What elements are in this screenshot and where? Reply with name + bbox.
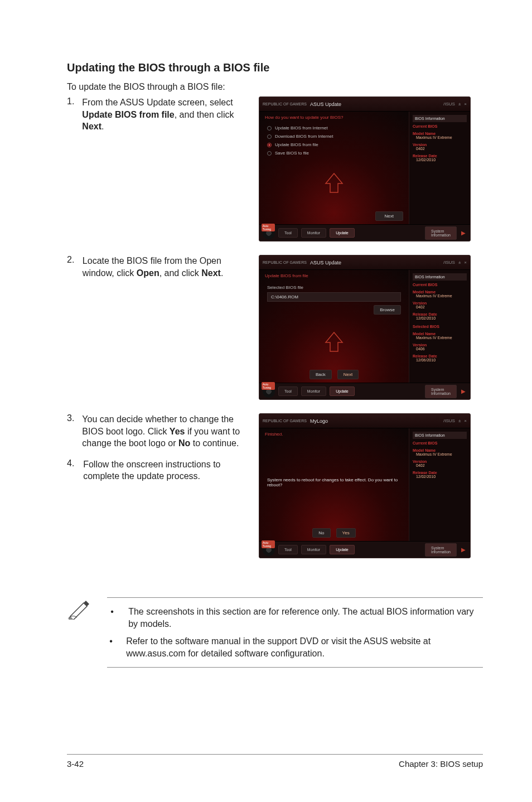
- note-text: The screenshots in this section are for …: [128, 606, 483, 630]
- step-number: 4.: [67, 458, 75, 482]
- auto-tuning-icon[interactable]: Auto Tuning: [263, 227, 275, 239]
- info-label: Release Date: [413, 471, 467, 475]
- info-value: 12/06/2010: [413, 358, 467, 362]
- yes-button[interactable]: Yes: [336, 528, 356, 538]
- intro-text: To update the BIOS through a BIOS file:: [67, 82, 483, 92]
- info-label: Version: [413, 343, 467, 347]
- radio-icon[interactable]: [267, 151, 272, 156]
- selected-file-label: Selected BIOS file: [259, 282, 409, 291]
- chevron-right-icon[interactable]: ▶: [460, 388, 467, 394]
- tool-button[interactable]: Tool: [278, 386, 298, 396]
- system-info-button[interactable]: System Information: [425, 385, 457, 398]
- info-label: Version: [413, 143, 467, 147]
- step-number: 3.: [67, 413, 74, 450]
- update-button[interactable]: Update: [330, 228, 355, 238]
- system-info-button[interactable]: System Information: [425, 226, 457, 240]
- next-button[interactable]: Next: [337, 370, 359, 379]
- pin-icon[interactable]: ±: [458, 260, 461, 265]
- tool-button[interactable]: Tool: [278, 228, 298, 238]
- info-label: Version: [413, 301, 467, 305]
- info-header: BIOS Information: [413, 115, 467, 122]
- info-value: 12/02/2010: [413, 158, 467, 162]
- rog-logo: REPUBLIC OF GAMERS: [263, 419, 307, 423]
- arrow-up-icon: [320, 169, 348, 197]
- info-current: Current BIOS: [413, 283, 467, 287]
- window-title: MyLogo: [310, 418, 328, 424]
- radio-icon[interactable]: [267, 134, 272, 139]
- option-update-file[interactable]: Update BIOS from file: [275, 142, 318, 147]
- step-body: You can decide whether to change the BIO…: [82, 413, 245, 450]
- info-value: Maximus IV Extreme: [413, 336, 467, 340]
- step-body: Locate the BIOS file from the Open windo…: [83, 255, 245, 400]
- chevron-right-icon[interactable]: ▶: [460, 230, 467, 236]
- monitor-button[interactable]: Monitor: [301, 545, 326, 554]
- update-button[interactable]: Update: [330, 545, 355, 554]
- monitor-button[interactable]: Monitor: [301, 386, 326, 396]
- section-heading: Updating the BIOS through a BIOS file: [67, 61, 483, 74]
- reboot-message: System needs to reboot for changes to ta…: [259, 477, 409, 487]
- rog-logo: REPUBLIC OF GAMERS: [263, 102, 307, 106]
- info-selected: Selected BIOS: [413, 325, 467, 328]
- asus-brand: /ISUS: [443, 260, 455, 265]
- note-text: Refer to the software manual in the supp…: [126, 635, 483, 659]
- info-value: Maximus IV Extreme: [413, 136, 467, 139]
- info-current: Current BIOS: [413, 441, 467, 445]
- note-pencil-icon: [67, 597, 94, 668]
- info-label: Version: [413, 460, 467, 463]
- option-save-file[interactable]: Save BIOS to file: [275, 151, 309, 156]
- info-label: Model Name: [413, 332, 467, 336]
- step-number: 2.: [67, 255, 75, 400]
- info-value: 0402: [413, 463, 467, 467]
- info-value: 0406: [413, 347, 467, 351]
- info-label: Model Name: [413, 132, 467, 136]
- page-number: 3-42: [67, 759, 84, 769]
- info-label: Release Date: [413, 312, 467, 316]
- info-current: Current BIOS: [413, 124, 467, 128]
- info-value: 0402: [413, 147, 467, 151]
- info-value: Maximus IV Extreme: [413, 452, 467, 456]
- step-number: 1.: [67, 96, 74, 241]
- window-title: ASUS Update: [310, 102, 341, 107]
- option-download-internet[interactable]: Download BIOS from Internet: [275, 134, 333, 139]
- info-label: Model Name: [413, 290, 467, 294]
- monitor-button[interactable]: Monitor: [301, 228, 326, 238]
- chevron-right-icon[interactable]: ▶: [460, 547, 467, 553]
- no-button[interactable]: No: [312, 528, 330, 538]
- close-icon[interactable]: ×: [464, 102, 467, 107]
- info-value: 12/02/2010: [413, 475, 467, 479]
- back-button[interactable]: Back: [309, 370, 332, 379]
- system-info-button[interactable]: System Information: [425, 543, 457, 557]
- info-value: 12/02/2010: [413, 316, 467, 320]
- screenshot-mylogo: REPUBLIC OF GAMERS MyLogo /ISUS ± × Fini…: [259, 413, 471, 558]
- chapter-label: Chapter 3: BIOS setup: [399, 759, 483, 769]
- window-title: ASUS Update: [310, 260, 341, 265]
- auto-tuning-icon[interactable]: Auto Tuning: [263, 385, 275, 398]
- auto-tuning-icon[interactable]: Auto Tuning: [263, 544, 275, 556]
- tool-button[interactable]: Tool: [278, 545, 298, 554]
- close-icon[interactable]: ×: [464, 260, 467, 265]
- info-label: Release Date: [413, 354, 467, 358]
- pin-icon[interactable]: ±: [458, 102, 461, 107]
- info-value: Maximus IV Extreme: [413, 294, 467, 298]
- pin-icon[interactable]: ±: [458, 418, 461, 423]
- rog-logo: REPUBLIC OF GAMERS: [263, 260, 307, 264]
- radio-icon[interactable]: [267, 143, 272, 147]
- file-path-input[interactable]: C:\0406.ROM: [267, 292, 401, 302]
- info-header: BIOS Information: [413, 273, 467, 281]
- radio-icon[interactable]: [267, 126, 272, 131]
- screenshot-select-file: REPUBLIC OF GAMERS ASUS Update /ISUS ± ×…: [259, 255, 471, 400]
- info-header: BIOS Information: [413, 432, 467, 439]
- update-button[interactable]: Update: [330, 386, 355, 396]
- option-update-internet[interactable]: Update BIOS from Internet: [275, 125, 328, 131]
- browse-button[interactable]: Browse: [374, 305, 401, 315]
- bullet-icon: •: [107, 606, 117, 630]
- panel-title: Finished.: [259, 428, 409, 440]
- info-label: Model Name: [413, 448, 467, 452]
- step-body: From the ASUS Update screen, select Upda…: [82, 96, 245, 241]
- step-body: Follow the onscreen instructions to comp…: [83, 458, 245, 482]
- next-button[interactable]: Next: [375, 211, 403, 221]
- close-icon[interactable]: ×: [464, 418, 467, 423]
- info-label: Release Date: [413, 154, 467, 158]
- panel-title: Update BIOS from file: [259, 270, 409, 282]
- info-value: 0402: [413, 305, 467, 309]
